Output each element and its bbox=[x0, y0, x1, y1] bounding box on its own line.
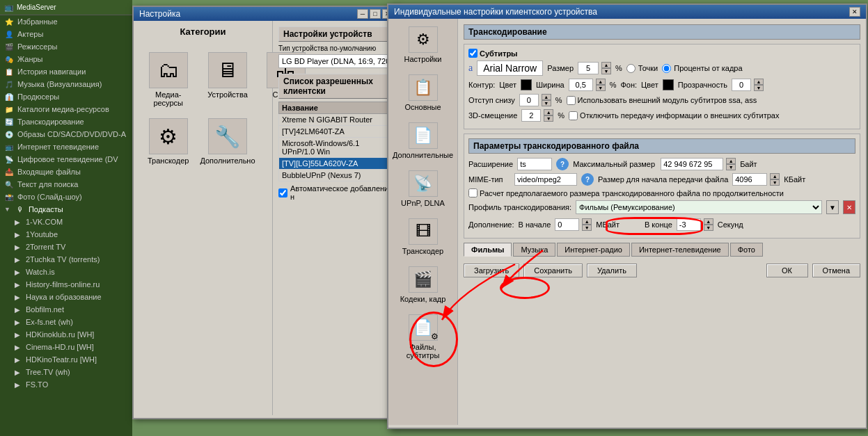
max-size-up[interactable]: ▲ bbox=[726, 158, 736, 164]
sidebar-item-podcasts[interactable]: ▼🎙Подкасты bbox=[0, 203, 132, 216]
device-list-item[interactable]: [TV][LG]55LA620V-ZA bbox=[279, 158, 393, 170]
end-spin[interactable]: ▲ ▼ bbox=[704, 218, 713, 231]
percent-frame-radio[interactable]: Проценты от кадра bbox=[662, 64, 742, 73]
sidebar-item-favorites[interactable]: ⭐Избранные bbox=[0, 15, 132, 28]
tab-music[interactable]: Музыка bbox=[513, 243, 555, 257]
start-size-input[interactable] bbox=[732, 173, 767, 186]
sidebar-item-transcoding[interactable]: 🔄Транскодирование bbox=[0, 115, 132, 128]
transparency-spin[interactable]: ▲ ▼ bbox=[754, 79, 764, 91]
sidebar-item-digitaltv[interactable]: 📡Цифровое телевидение (DV bbox=[0, 153, 132, 165]
sidebar-item-fsto[interactable]: ▶FS.TO bbox=[0, 378, 132, 391]
profile-delete-btn[interactable]: ✕ bbox=[843, 200, 855, 214]
nav-files[interactable]: 📄 ⚙ Файлы, субтитры bbox=[392, 309, 455, 364]
delete-btn[interactable]: Удалить bbox=[587, 264, 637, 277]
nav-transcoder[interactable]: 🎞 Транскодер bbox=[392, 213, 455, 260]
dots-radio-input[interactable] bbox=[626, 64, 636, 73]
device-list-item[interactable]: Microsoft-Windows/6.1 UPnP/1.0 Win bbox=[279, 138, 393, 158]
extension-input[interactable] bbox=[517, 158, 552, 170]
nav-codecs[interactable]: 🎬 Кодеки, кадр bbox=[392, 261, 455, 308]
tab-films[interactable]: Фильмы bbox=[464, 243, 512, 257]
sidebar-item-genres[interactable]: 🎭Жанры bbox=[0, 53, 132, 65]
outline-color-swatch[interactable] bbox=[521, 79, 532, 90]
nav-upnp[interactable]: 📡 UPnP, DLNA bbox=[392, 165, 455, 212]
nastroika-nav-media[interactable]: 🗂 Медиа-ресурсы bbox=[145, 49, 191, 110]
external-module-label[interactable]: Использовать внешний модуль субтитров ss… bbox=[567, 96, 757, 105]
sidebar-item-watchis[interactable]: ▶Watch.is bbox=[0, 266, 132, 278]
sidebar-item-torrenttv[interactable]: ▶2Torrent TV bbox=[0, 241, 132, 253]
outline-width-up[interactable]: ▲ bbox=[596, 79, 606, 85]
device-list-item[interactable]: [TV]42LM640T-ZA bbox=[279, 126, 393, 138]
sidebar-item-exfs[interactable]: ▶Ex-fs.net (wh) bbox=[0, 316, 132, 328]
sidebar-item-music[interactable]: 🎵Музыка (Визуализация) bbox=[0, 78, 132, 90]
offset-up[interactable]: ▲ bbox=[542, 94, 551, 100]
start-size-up[interactable]: ▲ bbox=[770, 173, 780, 179]
sidebar-item-tuchka[interactable]: ▶2Tuchka TV (torrents) bbox=[0, 253, 132, 266]
outline-width-spin[interactable]: ▲ ▼ bbox=[596, 79, 606, 91]
sidebar-item-bobfilm[interactable]: ▶Bobfilm.net bbox=[0, 303, 132, 316]
device-list-item[interactable]: BubbleUPnP (Nexus 7) bbox=[279, 170, 393, 181]
max-size-down[interactable]: ▼ bbox=[726, 164, 736, 170]
font-size-down[interactable]: ▼ bbox=[601, 68, 611, 74]
nastroika-minimize-btn[interactable]: ─ bbox=[357, 9, 368, 19]
outline-width-down[interactable]: ▼ bbox=[596, 85, 606, 91]
extension-info-btn[interactable]: ? bbox=[556, 158, 569, 170]
max-size-spin[interactable]: ▲ ▼ bbox=[726, 158, 736, 170]
percent-frame-radio-input[interactable] bbox=[662, 64, 671, 73]
nav-basic[interactable]: 📋 Основные bbox=[392, 70, 455, 116]
sidebar-item-vk[interactable]: ▶1-VK.COM bbox=[0, 216, 132, 228]
sidebar-item-cinemahd[interactable]: ▶Cinema-HD.ru [WH] bbox=[0, 341, 132, 353]
subtitles-label[interactable]: Субтитры bbox=[468, 49, 518, 58]
begin-up[interactable]: ▲ bbox=[582, 218, 592, 225]
start-size-down[interactable]: ▼ bbox=[770, 179, 780, 186]
mime-input[interactable] bbox=[514, 173, 577, 186]
auto-add-checkbox[interactable] bbox=[278, 188, 287, 197]
offset-input[interactable] bbox=[519, 94, 539, 106]
offset-spin[interactable]: ▲ ▼ bbox=[542, 94, 551, 106]
transparency-down[interactable]: ▼ bbox=[754, 85, 764, 91]
sidebar-item-hdkinoteatr[interactable]: ▶HDKinoTeatr.ru [WH] bbox=[0, 353, 132, 366]
nav-settings[interactable]: ⚙ Настройки bbox=[392, 22, 455, 68]
disable-external-checkbox[interactable] bbox=[569, 111, 578, 120]
nastroika-nav-devices[interactable]: 🖥 Устройства bbox=[197, 49, 258, 110]
sidebar-item-history[interactable]: 📋История навигации bbox=[0, 65, 132, 78]
cancel-btn[interactable]: Отмена bbox=[812, 264, 860, 277]
sidebar-item-catalog[interactable]: 📁Каталоги медиа-ресурсов bbox=[0, 103, 132, 115]
font-size-spin[interactable]: ▲ ▼ bbox=[601, 62, 611, 74]
end-down[interactable]: ▼ bbox=[704, 225, 713, 231]
shift3d-spin[interactable]: ▲ ▼ bbox=[544, 109, 553, 122]
subtitles-checkbox[interactable] bbox=[468, 49, 478, 58]
sidebar-item-hdkino[interactable]: ▶HDKinoklub.ru [WH] bbox=[0, 328, 132, 341]
calc-checkbox[interactable] bbox=[468, 188, 478, 197]
tab-photo[interactable]: Фото bbox=[730, 243, 763, 257]
transparency-up[interactable]: ▲ bbox=[754, 79, 764, 85]
font-size-up[interactable]: ▲ bbox=[601, 62, 611, 68]
calc-label[interactable]: Расчет предполагаемого размера транскоди… bbox=[468, 188, 784, 197]
offset-down[interactable]: ▼ bbox=[542, 100, 551, 106]
sidebar-item-internettv[interactable]: 📺Интернет телевидение bbox=[0, 140, 132, 153]
profile-select[interactable]: Фильмы (Ремуксирование) bbox=[576, 200, 822, 214]
transparency-input[interactable] bbox=[732, 79, 751, 91]
begin-input[interactable] bbox=[555, 218, 579, 231]
bg-color-swatch[interactable] bbox=[663, 79, 674, 90]
disable-external-label[interactable]: Отключить передачу информации о внешних … bbox=[569, 111, 779, 120]
device-type-select[interactable]: LG BD Player (DLNA, 16:9, 720x406) bbox=[278, 54, 399, 68]
tab-internet-tv[interactable]: Интернет-телевидение bbox=[631, 243, 729, 257]
nastroika-nav-extra[interactable]: 🔧 Дополнительно bbox=[197, 115, 258, 168]
outline-width-input[interactable] bbox=[569, 79, 593, 91]
shift3d-input[interactable] bbox=[521, 109, 541, 122]
shift3d-up[interactable]: ▲ bbox=[544, 109, 553, 115]
sidebar-item-treetv[interactable]: ▶Tree.TV (wh) bbox=[0, 366, 132, 378]
sidebar-item-actors[interactable]: 👤Актеры bbox=[0, 28, 132, 40]
max-size-input[interactable] bbox=[661, 158, 723, 170]
sidebar-item-images[interactable]: 💿Образы CD/SACD/DVD/DVD-A bbox=[0, 128, 132, 140]
nastroika-nav-transcoder[interactable]: ⚙ Транскодер bbox=[145, 115, 191, 168]
sidebar-item-incoming[interactable]: 📥Входящие файлы bbox=[0, 165, 132, 178]
shift3d-down[interactable]: ▼ bbox=[544, 115, 553, 122]
font-size-input[interactable] bbox=[578, 62, 599, 74]
load-btn[interactable]: Загрузить bbox=[464, 264, 519, 277]
sidebar-item-youtube[interactable]: ▶1Youtube bbox=[0, 228, 132, 241]
sidebar-item-search[interactable]: 🔍Текст для поиска bbox=[0, 178, 132, 191]
sidebar-item-photos[interactable]: 📸Фото (Слайд-шоу) bbox=[0, 191, 132, 203]
ok-btn[interactable]: ОК bbox=[766, 264, 808, 277]
external-module-checkbox[interactable] bbox=[567, 96, 576, 105]
